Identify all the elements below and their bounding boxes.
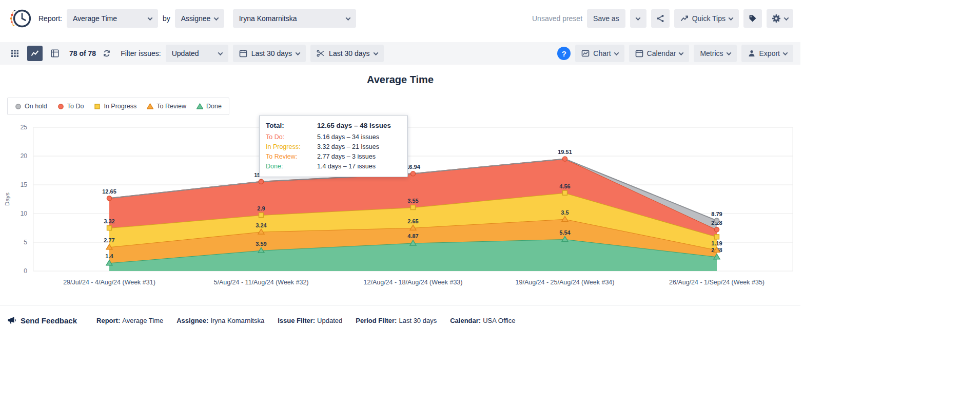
export-icon (748, 49, 756, 57)
export-button-label: Export (759, 49, 780, 57)
issue-filter-select[interactable]: Updated (166, 45, 228, 62)
data-label-to-review: 3.5 (561, 209, 569, 216)
triangle-marker (147, 104, 153, 109)
metrics-button[interactable]: Metrics (694, 45, 736, 62)
grid-view-button[interactable] (7, 46, 23, 61)
triangle-marker-icon (197, 103, 203, 110)
y-tick-label: 5 (24, 239, 27, 246)
tag-icon (749, 14, 757, 23)
point-to-do[interactable] (259, 179, 263, 184)
chevron-down-icon (373, 50, 378, 55)
issue-count: 78 of 78 (69, 49, 96, 57)
y-tick-label: 20 (21, 152, 28, 160)
report-type-select[interactable]: Average Time (67, 9, 158, 28)
chevron-down-icon (614, 50, 619, 55)
assignee-select[interactable]: Iryna Komarnitska (233, 9, 356, 28)
data-label-done: 4.87 (407, 233, 418, 239)
label-button[interactable] (743, 9, 762, 28)
legend-label: In Progress (104, 103, 136, 110)
circle-marker-icon (57, 103, 64, 110)
legend-item-to-review[interactable]: To Review (147, 103, 186, 110)
legend-item-done[interactable]: Done (197, 103, 222, 110)
chevron-down-icon (218, 50, 223, 55)
footer-item-assignee-: Assignee:Iryna Komarnitska (177, 317, 264, 324)
export-button[interactable]: Export (741, 45, 793, 62)
chevron-down-icon (783, 50, 788, 55)
tooltip-row-value: 2.77 days – 3 issues (317, 152, 376, 162)
by-label: by (163, 14, 170, 23)
triangle-marker (197, 104, 203, 109)
point-in-progress[interactable] (259, 213, 264, 218)
period-filter-select[interactable]: Last 30 days (233, 45, 306, 62)
point-in-progress[interactable] (563, 190, 567, 195)
question-mark-icon: ? (562, 49, 566, 58)
legend-item-on-hold[interactable]: On hold (15, 103, 47, 110)
y-tick-label: 10 (21, 210, 28, 217)
point-in-progress[interactable] (411, 205, 416, 210)
footer-item-label: Report: (96, 317, 120, 324)
y-axis-label: Days (4, 193, 10, 206)
footer-summary: Report:Average TimeAssignee:Iryna Komarn… (96, 317, 515, 324)
circle-marker-icon (15, 103, 22, 110)
filter-issues-label: Filter issues: (121, 49, 161, 57)
calendar-button[interactable]: Calendar (629, 45, 690, 62)
data-label-to-review: 3.24 (256, 222, 267, 228)
save-options-button[interactable] (630, 9, 646, 28)
send-feedback-button[interactable]: Send Feedback (7, 316, 77, 325)
footer: Send Feedback Report:Average TimeAssigne… (0, 305, 800, 335)
group-by-select[interactable]: Assignee (175, 9, 224, 28)
tooltip-row-label: To Do: (266, 132, 317, 142)
x-tick-label: 19/Aug/24 - 25/Aug/24 (Week #34) (516, 279, 615, 286)
legend-item-to-do[interactable]: To Do (57, 103, 84, 110)
pivot-view-button[interactable] (47, 46, 63, 61)
chart-type-button[interactable]: Chart (575, 45, 624, 62)
circle-marker (58, 104, 63, 108)
data-label-done: 5.54 (559, 229, 571, 236)
quick-tips-button[interactable]: Quick Tips (674, 9, 739, 28)
point-in-progress[interactable] (107, 226, 112, 230)
save-as-button[interactable]: Save as (587, 9, 625, 28)
calendar-icon (635, 49, 643, 57)
share-icon (656, 14, 664, 23)
footer-item-label: Period Filter: (356, 317, 397, 324)
chevron-down-icon (729, 15, 734, 21)
period-filter-value: Last 30 days (251, 49, 292, 57)
y-tick-label: 0 (24, 267, 27, 275)
data-label-to-do: 16.94 (406, 164, 420, 170)
refresh-icon (103, 49, 111, 57)
quick-tips-label: Quick Tips (692, 14, 726, 23)
chevron-down-icon (784, 15, 789, 21)
point-to-do[interactable] (562, 157, 567, 161)
data-label-to-review: 2.77 (104, 237, 114, 243)
help-button[interactable]: ? (557, 47, 571, 60)
chevron-down-icon (636, 15, 641, 21)
refresh-button[interactable] (101, 46, 113, 61)
legend-item-in-progress[interactable]: In Progress (94, 103, 136, 110)
data-label-in-progress: 2.9 (257, 205, 265, 211)
point-in-progress[interactable] (715, 235, 719, 239)
report-type-value: Average Time (73, 14, 117, 23)
work-period-select[interactable]: Last 30 days (310, 45, 383, 62)
chevron-down-icon (296, 50, 301, 55)
share-button[interactable] (651, 9, 670, 28)
app-container: Report: Average Time by Assignee Iryna K… (0, 0, 800, 335)
footer-item-issue-filter-: Issue Filter:Updated (278, 317, 342, 324)
x-tick-label: 12/Aug/24 - 18/Aug/24 (Week #33) (364, 279, 463, 286)
y-tick-label: 15 (21, 181, 28, 188)
app-logo-icon (7, 5, 34, 32)
issue-filter-value: Updated (172, 49, 199, 57)
chevron-down-icon (147, 15, 152, 21)
x-tick-label: 29/Jul/24 - 4/Aug/24 (Week #31) (63, 279, 155, 286)
point-to-do[interactable] (714, 227, 719, 232)
megaphone-icon (7, 316, 16, 325)
chart-frame-icon (581, 49, 590, 57)
data-label-in-progress: 3.55 (407, 198, 418, 204)
point-to-do[interactable] (410, 171, 415, 176)
pivot-table-icon (51, 49, 59, 57)
chart-view-button[interactable] (27, 46, 43, 61)
assignee-value: Iryna Komarnitska (239, 14, 297, 23)
settings-button[interactable] (767, 9, 793, 28)
point-to-do[interactable] (107, 196, 111, 201)
save-as-label: Save as (593, 14, 619, 23)
point-on-hold[interactable] (714, 218, 719, 223)
